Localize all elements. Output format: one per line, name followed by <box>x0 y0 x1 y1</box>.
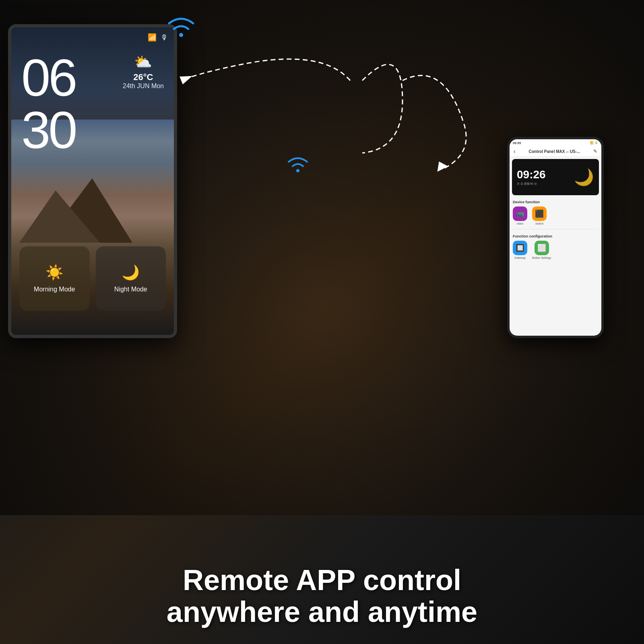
phone-edit-button[interactable]: ✎ <box>593 149 597 154</box>
button-settings-label: Button Settings <box>532 256 551 259</box>
morning-mode-icon: ☀️ <box>45 264 64 281</box>
phone-screen: 09:55 📶 🔋 ‹ Control Panel MAX -- US-... … <box>510 139 601 336</box>
tablet-mountain <box>11 162 174 243</box>
device-function-section: Device function 📹 video ⬛ Switch <box>510 198 601 227</box>
device-function-icons: 📹 video ⬛ Switch <box>513 206 598 225</box>
phone-clock-time: 09:26 <box>517 168 546 181</box>
video-function-item[interactable]: 📹 video <box>513 206 527 225</box>
phone-divider <box>513 229 598 229</box>
button-settings-icon: ⬜ <box>535 241 549 255</box>
phone-nav-title: Control Panel MAX -- US-... <box>528 149 580 154</box>
phone-device: 09:55 📶 🔋 ‹ Control Panel MAX -- US-... … <box>507 137 604 338</box>
gateway-function-item[interactable]: 🔲 Gateway <box>513 241 527 259</box>
tagline-line1: Remote APP control <box>0 564 644 596</box>
tablet-top-bar: 📶 🎙 <box>11 27 174 47</box>
tablet-device: 📶 🎙 06 30 ⛅ 26°C 24th JUN Mon ☀️ Morning… <box>8 24 177 338</box>
night-mode-icon: 🌙 <box>122 264 140 281</box>
switch-function-item[interactable]: ⬛ Switch <box>532 206 547 225</box>
tagline-line2: anywhere and anytime <box>0 596 644 628</box>
svg-point-0 <box>179 33 183 37</box>
function-config-title: Function configuration <box>513 234 598 238</box>
tablet-screen: 📶 🎙 06 30 ⛅ 26°C 24th JUN Mon ☀️ Morning… <box>11 27 174 335</box>
phone-status-icons: 📶 🔋 <box>590 141 598 144</box>
phone-clock-moon-icon: 🌙 <box>574 168 594 187</box>
wifi-signal-phone-icon <box>286 153 310 180</box>
svg-point-1 <box>296 169 299 172</box>
tablet-weather: ⛅ 26°C 24th JUN Mon <box>123 54 164 90</box>
phone-nav-bar: ‹ Control Panel MAX -- US-... ✎ <box>510 147 601 157</box>
night-mode-tile[interactable]: 🌙 Night Mode <box>96 246 166 311</box>
tagline: Remote APP control anywhere and anytime <box>0 564 644 628</box>
night-mode-label: Night Mode <box>114 286 147 293</box>
phone-clock-preview: 09:26 月 日 星期 时 分 🌙 <box>512 159 599 195</box>
gateway-icon: 🔲 <box>513 241 527 255</box>
phone-status-bar: 09:55 📶 🔋 <box>510 139 601 147</box>
function-config-icons: 🔲 Gateway ⬜ Button Settings <box>513 241 598 259</box>
tablet-time: 06 30 <box>21 52 76 156</box>
phone-status-icons-text: 📶 🔋 <box>590 141 598 144</box>
morning-mode-tile[interactable]: ☀️ Morning Mode <box>19 246 90 311</box>
wifi-signal-top-icon <box>165 12 197 47</box>
phone-status-time: 09:55 <box>513 141 521 145</box>
tablet-minute: 30 <box>21 104 76 156</box>
phone-back-button[interactable]: ‹ <box>514 148 516 155</box>
video-icon: 📹 <box>513 206 527 221</box>
function-config-section: Function configuration 🔲 Gateway ⬜ Butto… <box>510 232 601 261</box>
weather-date: 24th JUN Mon <box>123 83 164 90</box>
device-function-title: Device function <box>513 200 598 204</box>
switch-label: Switch <box>535 222 544 225</box>
weather-icon: ⛅ <box>123 54 164 70</box>
phone-clock-sub: 月 日 星期 时 分 <box>517 182 546 186</box>
gateway-label: Gateway <box>514 256 526 259</box>
mode-tiles: ☀️ Morning Mode 🌙 Night Mode <box>19 246 166 311</box>
tablet-wifi-icon: 📶 <box>148 33 157 42</box>
video-label: video <box>517 222 524 225</box>
weather-temp: 26°C <box>123 72 164 83</box>
switch-icon: ⬛ <box>532 206 547 221</box>
tablet-hour: 06 <box>21 52 76 104</box>
morning-mode-label: Morning Mode <box>34 286 75 293</box>
button-settings-item[interactable]: ⬜ Button Settings <box>532 241 551 259</box>
